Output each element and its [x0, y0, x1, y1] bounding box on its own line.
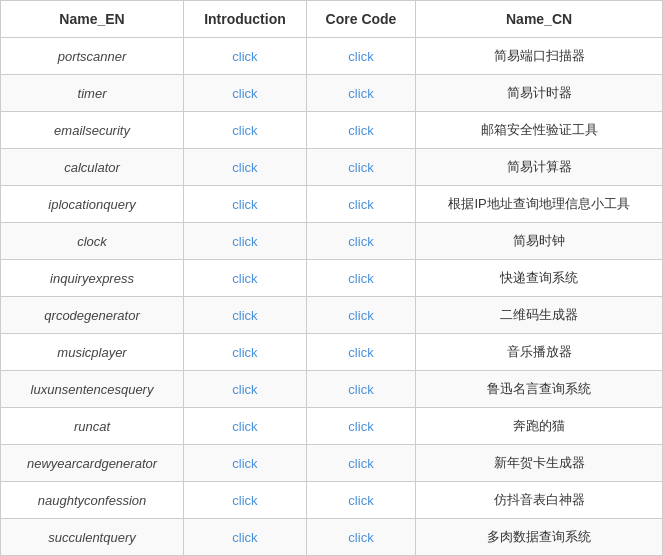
cell-name-cn: 简易计算器 [416, 149, 663, 186]
introduction-link[interactable]: click [232, 456, 257, 471]
core-code-link[interactable]: click [348, 271, 373, 286]
table-row: musicplayerclickclick音乐播放器 [1, 334, 663, 371]
introduction-link[interactable]: click [232, 49, 257, 64]
cell-name-cn: 仿抖音表白神器 [416, 482, 663, 519]
introduction-link[interactable]: click [232, 530, 257, 545]
cell-core-code: click [306, 482, 415, 519]
core-code-link[interactable]: click [348, 123, 373, 138]
cell-name-en: runcat [1, 408, 184, 445]
cell-core-code: click [306, 186, 415, 223]
cell-introduction: click [184, 297, 307, 334]
introduction-link[interactable]: click [232, 86, 257, 101]
cell-name-en: portscanner [1, 38, 184, 75]
introduction-link[interactable]: click [232, 419, 257, 434]
cell-name-en: qrcodegenerator [1, 297, 184, 334]
header-introduction: Introduction [184, 1, 307, 38]
table-row: naughtyconfessionclickclick仿抖音表白神器 [1, 482, 663, 519]
cell-introduction: click [184, 75, 307, 112]
table-row: clockclickclick简易时钟 [1, 223, 663, 260]
cell-name-cn: 音乐播放器 [416, 334, 663, 371]
introduction-link[interactable]: click [232, 123, 257, 138]
cell-introduction: click [184, 482, 307, 519]
cell-core-code: click [306, 38, 415, 75]
table-row: iplocationqueryclickclick根据IP地址查询地理信息小工具 [1, 186, 663, 223]
table-row: inquiryexpressclickclick快递查询系统 [1, 260, 663, 297]
header-core-code: Core Code [306, 1, 415, 38]
table-row: luxunsentencesqueryclickclick鲁迅名言查询系统 [1, 371, 663, 408]
cell-name-en: inquiryexpress [1, 260, 184, 297]
table-row: qrcodegeneratorclickclick二维码生成器 [1, 297, 663, 334]
introduction-link[interactable]: click [232, 493, 257, 508]
table-row: runcatclickclick奔跑的猫 [1, 408, 663, 445]
introduction-link[interactable]: click [232, 308, 257, 323]
cell-introduction: click [184, 260, 307, 297]
core-code-link[interactable]: click [348, 234, 373, 249]
cell-name-en: succulentquery [1, 519, 184, 556]
cell-name-cn: 简易计时器 [416, 75, 663, 112]
core-code-link[interactable]: click [348, 530, 373, 545]
cell-name-cn: 奔跑的猫 [416, 408, 663, 445]
core-code-link[interactable]: click [348, 493, 373, 508]
core-code-link[interactable]: click [348, 419, 373, 434]
core-code-link[interactable]: click [348, 345, 373, 360]
cell-name-en: iplocationquery [1, 186, 184, 223]
cell-core-code: click [306, 519, 415, 556]
cell-core-code: click [306, 223, 415, 260]
cell-name-en: emailsecurity [1, 112, 184, 149]
header-name-en: Name_EN [1, 1, 184, 38]
cell-core-code: click [306, 371, 415, 408]
cell-introduction: click [184, 186, 307, 223]
introduction-link[interactable]: click [232, 234, 257, 249]
core-code-link[interactable]: click [348, 49, 373, 64]
cell-name-cn: 多肉数据查询系统 [416, 519, 663, 556]
cell-introduction: click [184, 223, 307, 260]
cell-core-code: click [306, 334, 415, 371]
cell-name-cn: 快递查询系统 [416, 260, 663, 297]
cell-core-code: click [306, 149, 415, 186]
table-row: newyearcardgeneratorclickclick新年贺卡生成器 [1, 445, 663, 482]
cell-name-cn: 邮箱安全性验证工具 [416, 112, 663, 149]
cell-introduction: click [184, 408, 307, 445]
table-header-row: Name_EN Introduction Core Code Name_CN [1, 1, 663, 38]
introduction-link[interactable]: click [232, 271, 257, 286]
core-code-link[interactable]: click [348, 86, 373, 101]
introduction-link[interactable]: click [232, 345, 257, 360]
cell-name-cn: 新年贺卡生成器 [416, 445, 663, 482]
cell-name-cn: 二维码生成器 [416, 297, 663, 334]
core-code-link[interactable]: click [348, 308, 373, 323]
core-code-link[interactable]: click [348, 456, 373, 471]
introduction-link[interactable]: click [232, 382, 257, 397]
cell-introduction: click [184, 371, 307, 408]
table-row: portscannerclickclick简易端口扫描器 [1, 38, 663, 75]
core-code-link[interactable]: click [348, 382, 373, 397]
table-row: timerclickclick简易计时器 [1, 75, 663, 112]
cell-name-en: calculator [1, 149, 184, 186]
cell-introduction: click [184, 38, 307, 75]
cell-core-code: click [306, 408, 415, 445]
cell-name-en: newyearcardgenerator [1, 445, 184, 482]
cell-name-cn: 简易时钟 [416, 223, 663, 260]
cell-introduction: click [184, 445, 307, 482]
cell-introduction: click [184, 334, 307, 371]
table-row: succulentqueryclickclick多肉数据查询系统 [1, 519, 663, 556]
cell-core-code: click [306, 112, 415, 149]
main-table: Name_EN Introduction Core Code Name_CN p… [0, 0, 663, 556]
cell-name-cn: 鲁迅名言查询系统 [416, 371, 663, 408]
core-code-link[interactable]: click [348, 197, 373, 212]
cell-core-code: click [306, 445, 415, 482]
table-row: calculatorclickclick简易计算器 [1, 149, 663, 186]
cell-introduction: click [184, 112, 307, 149]
cell-name-en: luxunsentencesquery [1, 371, 184, 408]
cell-name-en: naughtyconfession [1, 482, 184, 519]
introduction-link[interactable]: click [232, 197, 257, 212]
cell-name-en: clock [1, 223, 184, 260]
cell-name-en: timer [1, 75, 184, 112]
header-name-cn: Name_CN [416, 1, 663, 38]
cell-name-cn: 根据IP地址查询地理信息小工具 [416, 186, 663, 223]
cell-core-code: click [306, 297, 415, 334]
core-code-link[interactable]: click [348, 160, 373, 175]
cell-core-code: click [306, 75, 415, 112]
introduction-link[interactable]: click [232, 160, 257, 175]
cell-core-code: click [306, 260, 415, 297]
cell-introduction: click [184, 149, 307, 186]
